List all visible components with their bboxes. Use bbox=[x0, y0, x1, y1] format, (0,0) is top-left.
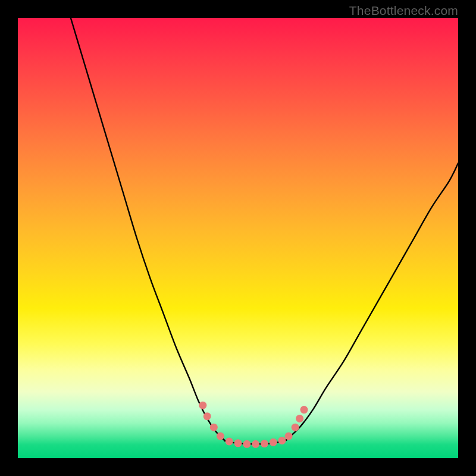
marker-dot bbox=[243, 440, 250, 448]
marker-dot bbox=[234, 439, 242, 447]
marker-dot bbox=[199, 402, 206, 409]
bottleneck-curve bbox=[71, 18, 458, 444]
watermark-text: TheBottleneck.com bbox=[349, 4, 458, 18]
marker-dot bbox=[278, 437, 286, 444]
marker-dot bbox=[226, 437, 233, 445]
marker-dot bbox=[210, 424, 218, 431]
marker-dot bbox=[285, 433, 293, 440]
marker-dot bbox=[300, 406, 308, 414]
curve-path bbox=[71, 18, 458, 444]
plot-area bbox=[18, 18, 458, 458]
marker-dot bbox=[261, 440, 268, 447]
marker-dot bbox=[203, 412, 211, 420]
curve-markers bbox=[199, 402, 308, 448]
marker-dot bbox=[252, 440, 259, 448]
chart-overlay bbox=[18, 18, 458, 458]
marker-dot bbox=[292, 424, 299, 431]
marker-dot bbox=[296, 415, 303, 422]
marker-dot bbox=[270, 439, 277, 446]
chart-frame: TheBottleneck.com bbox=[0, 0, 476, 476]
marker-dot bbox=[217, 433, 224, 440]
